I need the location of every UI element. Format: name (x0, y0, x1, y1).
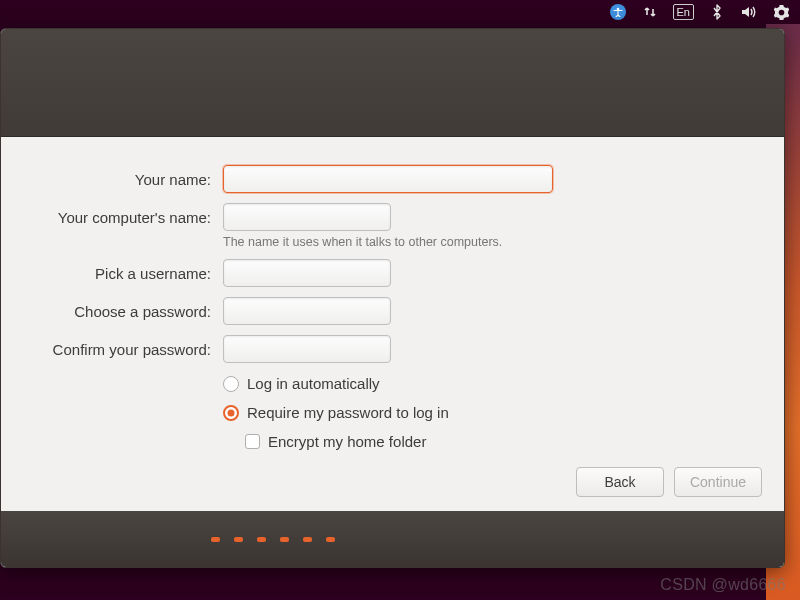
progress-dot (280, 537, 289, 542)
login-require-option[interactable]: Require my password to log in (223, 404, 754, 421)
progress-dot (303, 537, 312, 542)
installer-body: Your name: Your computer's name: The nam… (1, 137, 784, 511)
login-require-label: Require my password to log in (247, 404, 449, 421)
password-input[interactable] (223, 297, 391, 325)
network-icon[interactable] (641, 3, 659, 21)
user-setup-form: Your name: Your computer's name: The nam… (31, 165, 754, 450)
progress-dot (257, 537, 266, 542)
installer-window: Your name: Your computer's name: The nam… (0, 28, 785, 568)
progress-dot (326, 537, 335, 542)
encrypt-home-option[interactable]: Encrypt my home folder (245, 433, 754, 450)
password-label: Choose a password: (31, 303, 211, 320)
nav-buttons: Back Continue (576, 467, 762, 497)
radio-selected-icon (223, 405, 239, 421)
window-titlebar[interactable] (1, 29, 784, 137)
progress-dot (234, 537, 243, 542)
system-menubar: En (0, 0, 800, 24)
accessibility-icon[interactable] (609, 3, 627, 21)
computer-name-input[interactable] (223, 203, 391, 231)
continue-button[interactable]: Continue (674, 467, 762, 497)
username-label: Pick a username: (31, 265, 211, 282)
computer-name-hint: The name it uses when it talks to other … (223, 235, 754, 249)
name-input[interactable] (223, 165, 553, 193)
bluetooth-icon[interactable] (708, 3, 726, 21)
volume-icon[interactable] (740, 3, 758, 21)
slideshow-footer (1, 511, 784, 567)
radio-icon (223, 376, 239, 392)
encrypt-home-label: Encrypt my home folder (268, 433, 426, 450)
back-button[interactable]: Back (576, 467, 664, 497)
computer-name-label: Your computer's name: (31, 209, 211, 226)
system-gear-icon[interactable] (772, 3, 790, 21)
confirm-password-label: Confirm your password: (31, 341, 211, 358)
input-method-indicator[interactable]: En (673, 4, 694, 20)
confirm-password-input[interactable] (223, 335, 391, 363)
name-label: Your name: (31, 171, 211, 188)
svg-point-0 (616, 8, 619, 11)
checkbox-icon (245, 434, 260, 449)
login-auto-option[interactable]: Log in automatically (223, 375, 754, 392)
progress-dot (211, 537, 220, 542)
username-input[interactable] (223, 259, 391, 287)
login-auto-label: Log in automatically (247, 375, 380, 392)
